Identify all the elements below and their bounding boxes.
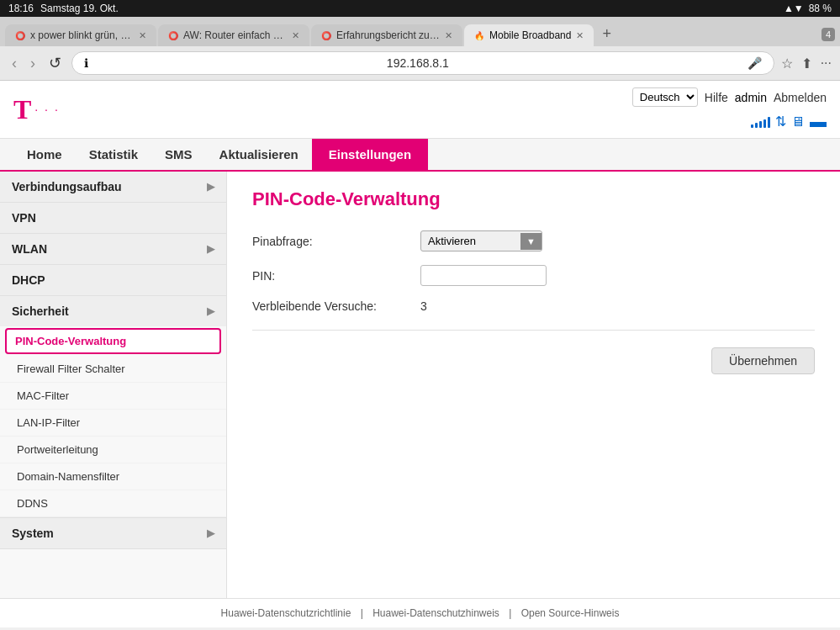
tab-2-close[interactable]: ✕ <box>292 30 299 41</box>
form-row-pin: PIN: <box>252 265 815 286</box>
status-icons: ⇅ 🖥 ▬ <box>751 112 827 131</box>
sidebar-system-label: System <box>12 527 54 540</box>
sidebar-section-vpn: VPN <box>0 203 226 234</box>
footer-datenschutzrichtlinie[interactable]: Huawei-Datenschutzrichtlinie <box>221 607 351 619</box>
versuche-label: Verbleibende Versuche: <box>252 299 420 313</box>
tab-3[interactable]: ⭕ Erfahrungsbericht zum M... ✕ <box>311 24 462 46</box>
footer-separator-1: | <box>361 607 366 619</box>
sidebar-section-sicherheit: Sicherheit ▶ PIN-Code-Verwaltung Firewal… <box>0 296 226 518</box>
sidebar-item-lan-ip-filter[interactable]: LAN-IP-Filter <box>0 410 226 437</box>
sidebar-item-mac-filter[interactable]: MAC-Filter <box>0 383 226 410</box>
sidebar-item-domain-namensfilter[interactable]: Domain-Namensfilter <box>0 463 226 490</box>
url-text: 192.168.8.1 <box>93 56 742 70</box>
share-icon[interactable]: ⬆ <box>801 56 812 71</box>
footer-datenschutzhinweis[interactable]: Huawei-Datenschutzhinweis <box>372 607 499 619</box>
sidebar-dhcp-label: DHCP <box>12 273 45 287</box>
page-footer: Huawei-Datenschutzrichtlinie | Huawei-Da… <box>0 598 840 627</box>
tab-3-favicon: ⭕ <box>321 31 331 40</box>
pinabfrage-control: Aktivieren ▼ <box>420 230 542 251</box>
sidebar-sicherheit-label: Sicherheit <box>12 304 69 318</box>
wifi-icon: ▲▼ <box>784 3 804 14</box>
sidebar-wlan-label: WLAN <box>12 242 47 256</box>
nav-einstellungen[interactable]: Einstellungen <box>312 139 428 170</box>
pin-control <box>420 265 547 286</box>
sidebar: Verbindungsaufbau ▶ VPN WLAN ▶ DHCP <box>0 172 227 598</box>
pinabfrage-select-value: Aktivieren <box>421 231 520 251</box>
nav-statistik[interactable]: Statistik <box>76 139 151 170</box>
address-bar[interactable]: ℹ 192.168.8.1 🎤 <box>71 51 774 75</box>
versuche-value: 3 <box>420 299 427 313</box>
sidebar-dhcp-header[interactable]: DHCP <box>0 265 226 295</box>
sidebar-item-ddns[interactable]: DDNS <box>0 490 226 517</box>
chevron-right-icon: ▶ <box>207 181 214 193</box>
pin-input[interactable] <box>420 265 547 286</box>
logo-dots: · · · <box>34 103 59 116</box>
tab-3-close[interactable]: ✕ <box>445 30 452 41</box>
nav-sms[interactable]: SMS <box>151 139 206 170</box>
data-transfer-icon: ⇅ <box>775 114 786 130</box>
tab-1-close[interactable]: ✕ <box>139 30 146 41</box>
nav-aktualisieren[interactable]: Aktualisieren <box>206 139 312 170</box>
sidebar-item-portweiterleitung[interactable]: Portweiterleitung <box>0 437 226 463</box>
nav-bar: ‹ › ↺ ℹ 192.168.8.1 🎤 ☆ ⬆ ··· <box>0 46 840 80</box>
more-options-icon[interactable]: ··· <box>821 56 832 71</box>
tab-4[interactable]: 🔥 Mobile Broadband ✕ <box>464 24 594 46</box>
signal-bar-4 <box>763 119 766 128</box>
tab-1[interactable]: ⭕ x power blinkt grün, Mode... ✕ <box>5 24 156 46</box>
language-select[interactable]: Deutsch <box>632 87 698 107</box>
new-tab-button[interactable]: + <box>595 22 618 46</box>
nav-home[interactable]: Home <box>13 139 76 170</box>
form-row-versuche: Verbleibende Versuche: 3 <box>252 299 815 313</box>
tab-count: 4 <box>822 28 835 41</box>
abmelden-link[interactable]: Abmelden <box>774 91 827 104</box>
back-button[interactable]: ‹ <box>8 53 20 74</box>
forward-button[interactable]: › <box>27 53 39 74</box>
bookmark-icon[interactable]: ☆ <box>781 56 793 71</box>
sidebar-item-pin-code[interactable]: PIN-Code-Verwaltung <box>5 328 221 354</box>
chevron-right-icon-sicherheit: ▶ <box>207 305 214 317</box>
tab-1-favicon: ⭕ <box>15 31 25 40</box>
microphone-icon[interactable]: 🎤 <box>748 56 762 70</box>
sidebar-section-wlan: WLAN ▶ <box>0 234 226 265</box>
battery-indicator: 88 % <box>809 3 832 14</box>
status-bar: 18:16 Samstag 19. Okt. ▲▼ 88 % <box>0 0 840 17</box>
admin-label: admin <box>735 91 767 104</box>
sidebar-section-system: System ▶ <box>0 518 226 549</box>
chevron-right-icon-wlan: ▶ <box>207 243 214 255</box>
signal-bar-2 <box>755 123 758 128</box>
sidebar-wlan-header[interactable]: WLAN ▶ <box>0 234 226 264</box>
signal-bar-5 <box>768 117 770 128</box>
form-actions: Übernehmen <box>252 347 815 374</box>
sidebar-section-dhcp: DHCP <box>0 265 226 296</box>
footer-opensource[interactable]: Open Source-Hinweis <box>521 607 620 619</box>
signal-bars <box>751 116 770 128</box>
reload-button[interactable]: ↺ <box>45 52 65 74</box>
main-navigation: Home Statistik SMS Aktualisieren Einstel… <box>0 139 840 172</box>
tab-4-close[interactable]: ✕ <box>576 30 584 41</box>
telekom-logo: T · · · <box>13 94 60 125</box>
tab-2-title: AW: Router einfach wechs... <box>183 29 287 41</box>
sidebar-sicherheit-header[interactable]: Sicherheit ▶ <box>0 296 226 326</box>
pin-label: PIN: <box>252 269 420 283</box>
browser-chrome: ⭕ x power blinkt grün, Mode... ✕ ⭕ AW: R… <box>0 17 840 81</box>
chevron-right-icon-system: ▶ <box>207 527 214 539</box>
pinabfrage-dropdown-arrow[interactable]: ▼ <box>520 233 542 250</box>
nav-icons: ☆ ⬆ ··· <box>781 56 832 71</box>
sidebar-vpn-header[interactable]: VPN <box>0 203 226 233</box>
sidebar-verbindungsaufbau-header[interactable]: Verbindungsaufbau ▶ <box>0 172 226 202</box>
pin-form: Pinabfrage: Aktivieren ▼ PIN: <box>252 230 815 313</box>
hilfe-link[interactable]: Hilfe <box>705 91 728 104</box>
tab-2-favicon: ⭕ <box>168 31 178 40</box>
main-panel: PIN-Code-Verwaltung Pinabfrage: Aktivier… <box>227 172 840 598</box>
tab-bar: ⭕ x power blinkt grün, Mode... ✕ ⭕ AW: R… <box>0 17 840 46</box>
sidebar-item-firewall[interactable]: Firewall Filter Schalter <box>0 356 226 383</box>
tab-2[interactable]: ⭕ AW: Router einfach wechs... ✕ <box>158 24 309 46</box>
sidebar-system-header[interactable]: System ▶ <box>0 518 226 548</box>
tab-4-favicon: 🔥 <box>474 31 484 40</box>
apply-button[interactable]: Übernehmen <box>711 347 815 374</box>
telekom-header: T · · · Deutsch Hilfe admin Abmelden <box>0 81 840 139</box>
content-area: Verbindungsaufbau ▶ VPN WLAN ▶ DHCP <box>0 172 840 598</box>
footer-separator-2: | <box>509 607 514 619</box>
device-icon: 🖥 <box>791 114 805 130</box>
sidebar-vpn-label: VPN <box>12 211 36 225</box>
